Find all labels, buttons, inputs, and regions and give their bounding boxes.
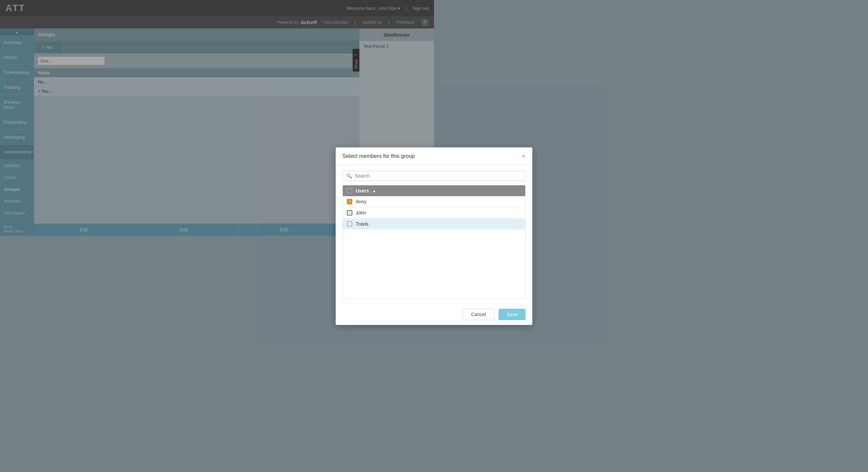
select-all-checkbox[interactable] bbox=[347, 188, 352, 193]
modal-overlay: Select members for this group × 🔍 Users … bbox=[0, 0, 434, 236]
modal-search-input[interactable] bbox=[355, 173, 434, 179]
modal-header: Select members for this group × bbox=[336, 147, 434, 165]
modal-search-container: 🔍 bbox=[342, 171, 434, 181]
user-row-anny[interactable]: Anny bbox=[343, 196, 434, 207]
anny-checkbox[interactable] bbox=[347, 199, 352, 204]
users-sort-icon[interactable]: ▲ bbox=[372, 189, 376, 193]
user-row-john[interactable]: John bbox=[343, 207, 434, 219]
users-header-label: Users bbox=[356, 188, 369, 193]
user-list-body: Anny John Travis bbox=[343, 196, 434, 236]
john-name: John bbox=[356, 210, 366, 216]
user-list: Users ▲ Anny John bbox=[342, 185, 434, 236]
modal-body: 🔍 Users ▲ Anny bbox=[336, 165, 434, 236]
john-checkbox[interactable] bbox=[347, 210, 352, 216]
user-list-header[interactable]: Users ▲ bbox=[343, 185, 434, 196]
modal-search-icon: 🔍 bbox=[346, 173, 352, 179]
user-row-travis[interactable]: Travis bbox=[343, 219, 434, 229]
travis-checkbox[interactable] bbox=[347, 221, 352, 227]
modal-title: Select members for this group bbox=[342, 153, 415, 159]
anny-name: Anny bbox=[356, 199, 367, 204]
modal-dialog: Select members for this group × 🔍 Users … bbox=[336, 147, 434, 236]
travis-name: Travis bbox=[356, 221, 369, 227]
